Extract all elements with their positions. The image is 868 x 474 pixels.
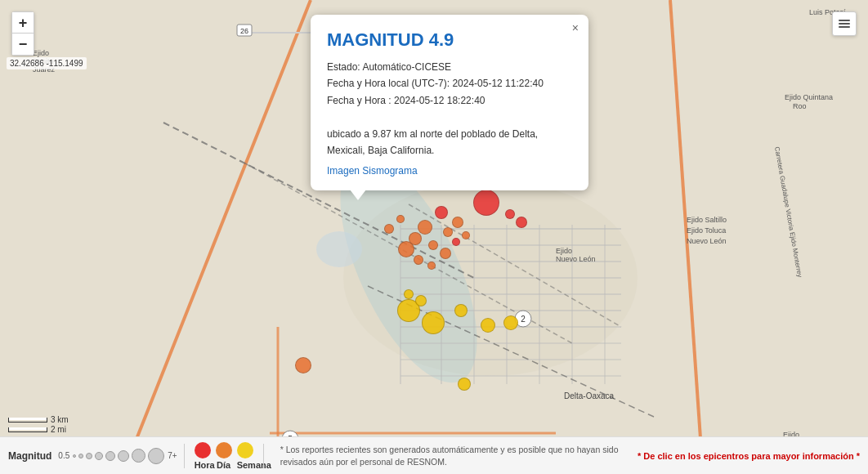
legend-circle-hora xyxy=(195,442,211,458)
popup-body: Estado: Automático-CICESE Fecha y Hora l… xyxy=(327,59,572,159)
svg-text:2: 2 xyxy=(521,315,526,324)
legend-time-labels: Hora Día Semana xyxy=(195,460,253,470)
earthquake-dot[interactable] xyxy=(414,255,423,265)
legend-dot-2 xyxy=(78,454,83,458)
popup-fecha-hora: Fecha y Hora : 2024-05-12 18:22:40 xyxy=(327,92,572,109)
earthquake-popup: × MAGNITUD 4.9 Estado: Automático-CICESE… xyxy=(311,15,588,190)
earthquake-dot[interactable] xyxy=(505,209,515,219)
legend-semana-label: Semana xyxy=(237,460,253,470)
earthquake-dot[interactable] xyxy=(458,378,471,391)
earthquake-dot[interactable] xyxy=(427,262,436,270)
legend-magnitud: Magnitud 0.5 7+ xyxy=(8,448,177,464)
popup-close-button[interactable]: × xyxy=(572,21,579,34)
svg-text:Ejido Toluca: Ejido Toluca xyxy=(687,226,726,235)
legend-dots xyxy=(73,448,164,464)
legend-dot-7 xyxy=(132,449,145,463)
legend-dot-1 xyxy=(73,454,76,458)
earthquake-dot[interactable] xyxy=(443,227,453,237)
earthquake-dot[interactable] xyxy=(462,231,470,239)
svg-text:Roo: Roo xyxy=(793,102,807,110)
earthquake-dot[interactable] xyxy=(473,190,499,216)
scale-km: 3 km xyxy=(8,415,69,424)
legend-dot-5 xyxy=(105,451,115,461)
svg-rect-56 xyxy=(839,23,850,25)
zoom-out-button[interactable]: − xyxy=(12,34,34,55)
popup-sismograma-link[interactable]: Imagen Sismograma xyxy=(327,165,418,177)
popup-estado: Estado: Automático-CICESE xyxy=(327,59,572,75)
earthquake-dot[interactable] xyxy=(516,217,527,228)
scale-bar: 3 km 2 mi xyxy=(8,415,69,435)
svg-text:Ejido: Ejido xyxy=(556,247,572,255)
svg-point-54 xyxy=(316,231,362,267)
legend-min-label: 0.5 xyxy=(58,451,69,460)
layer-control-button[interactable] xyxy=(832,11,857,36)
svg-text:Ejido: Ejido xyxy=(33,49,49,57)
legend-bar: Magnitud 0.5 7+ H xyxy=(0,436,868,474)
svg-text:26: 26 xyxy=(240,27,248,35)
legend-time-circles xyxy=(195,442,253,458)
legend-magnitud-label: Magnitud xyxy=(8,450,51,462)
legend-hora-label: Hora xyxy=(195,460,211,470)
popup-title: MAGNITUD 4.9 xyxy=(327,29,572,51)
svg-text:Delta-Oaxaca: Delta-Oaxaca xyxy=(564,391,615,400)
legend-dot-8 xyxy=(148,448,164,464)
earthquake-dot[interactable] xyxy=(295,357,311,373)
popup-tail xyxy=(350,190,366,200)
earthquake-dot[interactable] xyxy=(454,304,468,317)
earthquake-dot[interactable] xyxy=(422,311,445,334)
zoom-controls: + − xyxy=(11,11,34,56)
svg-text:Nuevo León: Nuevo León xyxy=(556,255,596,263)
svg-text:Ejido Saltillo: Ejido Saltillo xyxy=(687,216,727,224)
earthquake-dot[interactable] xyxy=(396,215,405,223)
earthquake-dot[interactable] xyxy=(398,241,414,257)
earthquake-dot[interactable] xyxy=(428,240,438,250)
earthquake-dot[interactable] xyxy=(452,238,460,246)
earthquake-dot[interactable] xyxy=(418,220,432,235)
earthquake-dot[interactable] xyxy=(452,217,463,228)
popup-fecha-local: Fecha y Hora local (UTC-7): 2024-05-12 1… xyxy=(327,75,572,92)
legend-dot-6 xyxy=(118,450,129,462)
legend-clic: * De clic en los epicentros para mayor i… xyxy=(638,451,860,461)
legend-divider-2 xyxy=(263,444,264,468)
earthquake-dot[interactable] xyxy=(384,224,394,234)
legend-circle-dia xyxy=(216,442,232,458)
coordinates-display: 32.42686 -115.1499 xyxy=(7,57,87,69)
legend-divider-1 xyxy=(184,444,185,468)
svg-rect-55 xyxy=(839,26,850,28)
legend-max-label: 7+ xyxy=(168,451,177,460)
earthquake-dot[interactable] xyxy=(481,318,495,333)
legend-time: Hora Día Semana xyxy=(191,442,257,470)
scale-mi: 2 mi xyxy=(8,425,69,434)
earthquake-dot[interactable] xyxy=(435,206,448,219)
earthquake-dot[interactable] xyxy=(404,289,414,299)
map-container[interactable]: 5 2 2 26 Carretera Guadalupe Victoria Ej… xyxy=(0,0,868,474)
svg-text:Nuevo León: Nuevo León xyxy=(687,237,727,245)
legend-dot-4 xyxy=(95,452,103,460)
legend-note: * Los reportes recientes son generados a… xyxy=(271,444,638,467)
legend-circle-semana xyxy=(237,442,253,458)
zoom-in-button[interactable]: + xyxy=(12,12,34,34)
layers-icon xyxy=(837,16,852,31)
earthquake-dot[interactable] xyxy=(440,248,451,259)
svg-rect-57 xyxy=(839,20,850,21)
popup-ubicacion: ubicado a 9.87 km al norte del poblado d… xyxy=(327,126,572,159)
earthquake-dot[interactable] xyxy=(415,295,427,306)
legend-dia-label: Día xyxy=(216,460,232,470)
earthquake-dot[interactable] xyxy=(503,315,518,330)
legend-dot-3 xyxy=(86,453,92,459)
svg-text:Ejido Quintana: Ejido Quintana xyxy=(785,93,833,101)
